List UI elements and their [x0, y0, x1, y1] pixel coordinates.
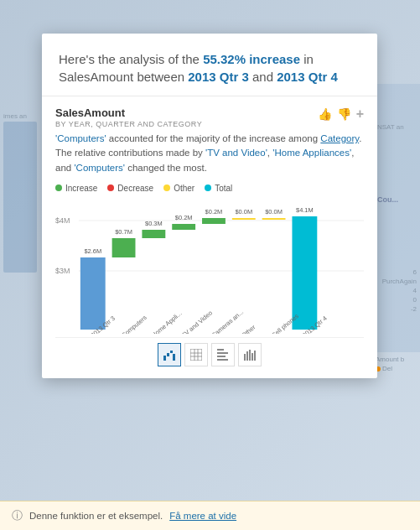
svg-rect-18: [251, 353, 253, 361]
y-label-3m: $3M: [55, 267, 70, 275]
chart-header: SalesAmount BY YEAR, QUARTER AND CATEGOR…: [55, 107, 364, 128]
svg-rect-19: [254, 351, 256, 361]
quoted-appliances: 'Home Appliances': [272, 148, 351, 158]
y-label-4m: $4M: [55, 216, 70, 225]
bg-axis-0: 0: [413, 296, 417, 304]
x-label-cameras: Cameras an...: [210, 308, 245, 334]
chart-title-block: SalesAmount BY YEAR, QUARTER AND CATEGOR…: [55, 107, 202, 128]
category-link[interactable]: Category: [320, 133, 359, 143]
table-view-button[interactable]: [184, 343, 208, 366]
waterfall-chart-svg: $4M $3M $2.6M $0.7M $0.3M: [55, 200, 364, 334]
bar-chart-button[interactable]: [211, 343, 235, 366]
bar-homeappli: [142, 230, 165, 238]
legend-dot-decrease: [107, 184, 114, 191]
val-cameras: $0.2M: [205, 208, 223, 216]
bar-other: [232, 218, 256, 220]
legend-label-decrease: Decrease: [117, 184, 153, 193]
chart-actions: 👍 👎 +: [318, 107, 364, 122]
legend-item-increase: Increase: [55, 184, 97, 193]
footer-link[interactable]: Få mere at vide: [169, 511, 236, 521]
bar-2013q3: [80, 257, 106, 330]
card-title: Here's the analysis of the 55.32% increa…: [59, 50, 360, 86]
svg-rect-5: [173, 354, 175, 361]
table-icon: [190, 349, 202, 361]
legend-item-total: Total: [205, 184, 232, 193]
svg-rect-14: [217, 359, 228, 361]
bar-tvvideo: [172, 224, 195, 230]
bg-label-purchagain: PurchAgain: [382, 278, 417, 285]
svg-rect-6: [190, 349, 202, 361]
chart-title: SalesAmount: [55, 107, 202, 119]
bar-chart-icon: [217, 349, 229, 361]
svg-rect-13: [217, 349, 224, 351]
waterfall-chart-button[interactable]: [158, 343, 181, 366]
legend-label-total: Total: [215, 184, 232, 193]
svg-rect-4: [170, 351, 173, 353]
expand-button[interactable]: +: [356, 107, 364, 122]
val-homeappli: $0.3M: [145, 220, 163, 227]
x-label-other: Other: [240, 323, 257, 334]
analysis-card: Here's the analysis of the 55.32% increa…: [42, 34, 377, 378]
svg-rect-11: [217, 352, 228, 354]
highlight-period: 2013 Qtr 3: [188, 70, 249, 84]
val-cellphones: $0.0M: [265, 208, 283, 216]
bg-axis-6: 6: [413, 268, 417, 276]
legend-dot-total: [205, 184, 211, 191]
highlight-percentage: 55.32% increase: [203, 52, 300, 66]
legend-dot-other: [163, 184, 170, 191]
chart-toolbar: [55, 337, 364, 372]
highlight-period2: 2013 Qtr 4: [277, 70, 338, 84]
bg-axis-4: 4: [413, 287, 417, 294]
x-label-computers: Computers: [120, 314, 148, 334]
bar-cameras: [202, 218, 226, 224]
val-2013q3: $2.6M: [84, 247, 101, 255]
svg-rect-15: [244, 354, 246, 361]
val-tvvideo: $0.2M: [175, 214, 193, 221]
legend-label-increase: Increase: [65, 184, 97, 193]
bar-2013q4: [292, 216, 317, 330]
card-header: Here's the analysis of the 55.32% increa…: [42, 34, 377, 96]
val-other: $0.0M: [235, 208, 252, 216]
bg-axis-neg2: -2: [411, 305, 417, 313]
thumbup-button[interactable]: 👍: [318, 107, 332, 121]
thumbdown-button[interactable]: 👎: [337, 107, 351, 121]
column-chart-icon: [244, 349, 256, 361]
bg-right-label-nsat: NSAT an: [377, 123, 417, 131]
legend-dot-increase: [55, 184, 62, 191]
svg-rect-3: [167, 353, 169, 356]
bg-right-label-amount: Amount b: [376, 356, 418, 363]
quoted-computers: 'Computers': [55, 133, 106, 143]
footer-bar: ⓘ Denne funktion er et eksempel. Få mere…: [0, 501, 420, 530]
quoted-tv: 'TV and Video': [205, 148, 267, 158]
bg-right-label-del: Del: [382, 365, 392, 372]
svg-rect-12: [217, 356, 226, 357]
chart-description: 'Computers' accounted for the majority o…: [55, 132, 364, 175]
footer-text: Denne funktion er et eksempel.: [29, 511, 163, 521]
legend-label-other: Other: [174, 184, 194, 193]
x-label-tvvideo: TV and Video: [180, 309, 214, 333]
x-label-homeappli: Home Appli...: [150, 309, 184, 334]
chart-area: $4M $3M $2.6M $0.7M $0.3M: [55, 200, 364, 334]
svg-rect-2: [163, 356, 166, 361]
bg-label-1: imes an: [3, 112, 39, 120]
column-chart-button[interactable]: [238, 343, 262, 366]
svg-rect-17: [249, 350, 251, 361]
bar-cellphones: [262, 218, 286, 220]
legend-item-other: Other: [163, 184, 194, 193]
svg-rect-16: [246, 351, 248, 361]
chart-subtitle: BY YEAR, QUARTER AND CATEGORY: [55, 120, 202, 128]
legend: Increase Decrease Other Total: [55, 184, 364, 193]
bg-right-label-cou: Cou...: [377, 195, 417, 204]
quoted-computers2: 'Computers': [74, 163, 125, 173]
chart-section: SalesAmount BY YEAR, QUARTER AND CATEGOR…: [42, 96, 377, 378]
info-icon: ⓘ: [12, 508, 23, 523]
waterfall-icon: [163, 349, 175, 361]
val-computers: $0.7M: [115, 228, 132, 236]
legend-item-decrease: Decrease: [107, 184, 153, 193]
bar-computers: [112, 238, 136, 257]
val-2013q4: $4.1M: [296, 206, 314, 214]
